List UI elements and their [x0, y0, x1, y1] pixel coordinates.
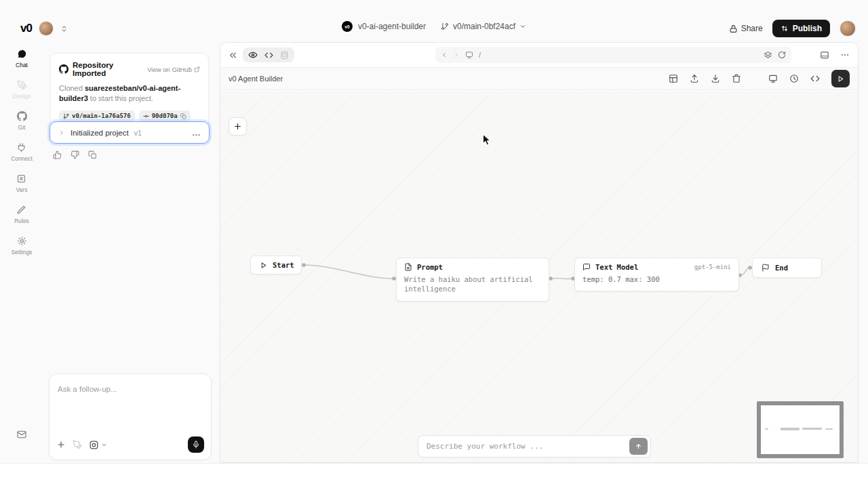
view-on-github-link[interactable]: View on GitHub	[147, 66, 200, 73]
browser-window-icon[interactable]	[820, 50, 829, 60]
git-commit-icon	[143, 113, 149, 119]
message-square-icon	[583, 263, 591, 271]
node-label: Start	[273, 261, 294, 269]
upload-icon[interactable]	[690, 74, 699, 83]
workspace-avatar[interactable]	[39, 21, 54, 36]
canvas-minimap[interactable]	[757, 401, 844, 458]
builder-toolbar	[669, 70, 850, 87]
download-icon[interactable]	[711, 74, 720, 83]
run-workflow-button[interactable]	[831, 70, 850, 87]
plus-icon[interactable]	[56, 440, 66, 449]
model-selector[interactable]	[89, 440, 107, 450]
top-right-group: Share Publish	[729, 20, 856, 37]
code-view-icon[interactable]	[264, 51, 273, 60]
minimap-node-prompt	[781, 428, 800, 430]
sidebar-label: Rules	[14, 218, 29, 224]
workspace-switcher-icon[interactable]	[60, 25, 68, 33]
git-branch-icon	[63, 113, 69, 119]
trash-icon[interactable]	[732, 74, 741, 83]
workflow-canvas[interactable]: Start Prompt Write a haiku about artific…	[220, 91, 858, 462]
thumbs-down-icon[interactable]	[71, 150, 79, 159]
github-icon	[59, 64, 68, 74]
publish-button[interactable]: Publish	[772, 20, 830, 37]
branch-selector[interactable]: v0/main-0bf24acf	[441, 22, 526, 31]
collapse-sidebar-icon[interactable]	[229, 51, 237, 60]
design-attach-icon[interactable]	[73, 440, 82, 449]
sidebar-item-connect[interactable]: Connect	[11, 142, 33, 162]
rules-icon	[16, 205, 26, 215]
thumbs-up-icon[interactable]	[53, 150, 62, 159]
project-breadcrumb: v0 v0-ai-agent-builder v0/main-0bf24acf	[342, 21, 526, 32]
project-name-group[interactable]: v0 v0-ai-agent-builder	[342, 21, 426, 32]
version-more-button[interactable]: ...	[193, 129, 201, 137]
file-text-icon	[404, 263, 412, 271]
vars-icon	[16, 174, 26, 184]
plus-icon	[233, 122, 242, 131]
user-avatar[interactable]	[840, 20, 856, 37]
mic-button[interactable]	[188, 436, 204, 453]
sidebar-item-settings[interactable]: Settings	[12, 236, 33, 256]
node-end[interactable]: End	[752, 258, 822, 278]
sidebar-label: Git	[18, 124, 26, 131]
envelope-icon	[16, 429, 27, 440]
layers-icon[interactable]	[764, 51, 772, 60]
sidebar-item-chat[interactable]: Chat	[16, 49, 28, 68]
agent-builder-header: v0 Agent Builder	[220, 67, 858, 90]
feedback-mail-button[interactable]	[0, 429, 43, 440]
preview-eye-icon[interactable]	[248, 50, 258, 60]
history-clock-icon[interactable]	[789, 74, 799, 83]
layout-icon[interactable]	[669, 74, 678, 83]
workflow-prompt-bar	[418, 435, 651, 458]
node-prompt[interactable]: Prompt Write a haiku about artificial in…	[396, 258, 549, 302]
mouse-cursor	[482, 134, 492, 146]
copy-message-icon[interactable]	[88, 150, 97, 159]
v0-app-window: v0 v0 v0-ai-agent-builder v0/main-0bf24a…	[0, 0, 868, 464]
feedback-row	[53, 150, 97, 159]
v0-logo[interactable]: v0	[20, 22, 32, 35]
address-bar[interactable]: /	[435, 47, 791, 63]
share-button[interactable]: Share	[729, 24, 763, 33]
branch-badge[interactable]: v0/main-1a76a576	[59, 110, 135, 121]
repo-card-title: Repository Imported	[73, 61, 143, 77]
sidebar-item-vars[interactable]: Vars	[16, 174, 28, 193]
nav-forward-icon[interactable]	[453, 52, 460, 58]
copy-icon[interactable]	[180, 113, 186, 119]
sidebar-item-rules[interactable]: Rules	[14, 205, 29, 224]
project-name: v0-ai-agent-builder	[358, 22, 426, 31]
publish-label: Publish	[793, 24, 822, 33]
lock-icon	[729, 24, 738, 33]
preview-toolbar-right	[820, 50, 850, 60]
model-selector-icon	[89, 440, 99, 450]
screen-icon	[465, 51, 473, 59]
sidebar-item-git[interactable]: Git	[17, 111, 27, 131]
model-params: temp: 0.7 max: 300	[575, 273, 738, 289]
refresh-icon[interactable]	[778, 51, 786, 59]
connect-icon	[16, 142, 26, 152]
workflow-submit-button[interactable]	[629, 438, 648, 455]
git-branch-icon	[441, 22, 449, 30]
code-icon[interactable]	[810, 74, 820, 83]
add-node-button[interactable]	[229, 117, 247, 136]
panel-title: v0 Agent Builder	[229, 75, 283, 83]
database-view-icon[interactable]	[280, 51, 289, 60]
minimap-node-end	[825, 428, 833, 430]
more-menu-icon[interactable]	[840, 50, 850, 60]
sidebar-item-design[interactable]: Design	[13, 80, 31, 100]
nav-back-icon[interactable]	[441, 52, 448, 58]
model-name: gpt-5-mini	[694, 264, 731, 270]
microphone-icon	[192, 441, 200, 449]
branch-name: v0/main-0bf24acf	[453, 22, 515, 31]
monitor-icon[interactable]	[768, 74, 778, 83]
version-row-initialized-project[interactable]: Initialized project v1 ...	[50, 121, 210, 144]
chevron-right-icon[interactable]	[58, 129, 65, 136]
node-text-model[interactable]: Text Model gpt-5-mini temp: 0.7 max: 300	[574, 258, 739, 291]
followup-input[interactable]	[58, 385, 203, 393]
node-start[interactable]: Start	[250, 256, 302, 274]
url-path[interactable]: /	[479, 51, 758, 59]
commit-badge[interactable]: 90d070a	[139, 110, 191, 121]
node-label: Text Model	[595, 263, 638, 271]
flag-icon	[762, 264, 770, 272]
workflow-input[interactable]	[427, 442, 629, 451]
chevron-down-icon	[101, 442, 107, 448]
sidebar-label: Settings	[12, 249, 33, 256]
